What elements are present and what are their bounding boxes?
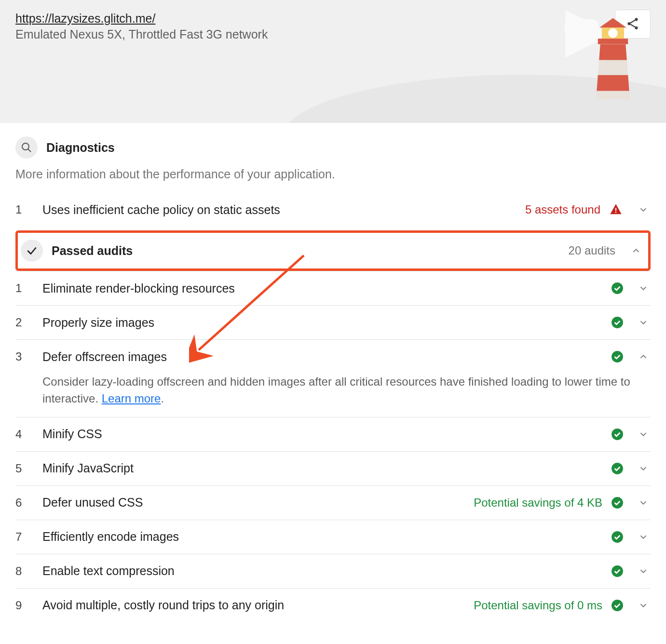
chevron-down-icon	[638, 497, 649, 508]
audit-title: Defer unused CSS	[42, 496, 468, 510]
passed-audit-item[interactable]: 5 Minify JavaScript	[15, 452, 651, 485]
passed-audits-count: 20 audits	[569, 244, 615, 257]
svg-point-20	[612, 317, 623, 328]
audit-number: 6	[15, 496, 37, 510]
expand-button[interactable]	[636, 427, 651, 442]
expand-button[interactable]	[636, 496, 651, 510]
chevron-down-icon	[638, 463, 649, 474]
passed-audits-header[interactable]: Passed audits 20 audits	[18, 233, 648, 268]
chevron-up-icon	[638, 351, 649, 362]
pass-check-icon	[611, 565, 624, 577]
audit-number: 1	[15, 203, 37, 216]
passed-audit-item[interactable]: 4 Minify CSS	[15, 417, 651, 451]
pass-check-icon	[611, 462, 624, 475]
chevron-down-icon	[638, 600, 649, 611]
svg-point-25	[612, 531, 623, 543]
chevron-up-icon	[631, 245, 641, 256]
passed-audit-item[interactable]: 8 Enable text compression	[15, 554, 651, 588]
expand-button[interactable]	[636, 281, 651, 295]
collapse-button[interactable]	[636, 349, 651, 364]
audit-note: Potential savings of 0 ms	[474, 599, 602, 612]
audit-number: 5	[15, 462, 37, 475]
passed-audits-title: Passed audits	[52, 244, 560, 258]
pass-check-icon	[611, 496, 624, 509]
expand-button[interactable]	[636, 202, 651, 217]
audit-description: Consider lazy-loading offscreen and hidd…	[15, 374, 651, 417]
audit-title: Defer offscreen images	[42, 350, 605, 364]
diagnostics-header: Diagnostics	[15, 136, 651, 159]
pass-check-icon	[611, 531, 624, 543]
audit-note: 5 assets found	[525, 203, 600, 216]
audit-title: Efficiently encode images	[42, 530, 605, 544]
pass-check-icon	[611, 282, 624, 295]
svg-point-27	[612, 600, 623, 611]
chevron-down-icon	[638, 204, 649, 215]
diagnostics-list: 1 Uses inefficient cache policy on stati…	[15, 193, 651, 227]
report-header: https://lazysizes.glitch.me/ Emulated Ne…	[0, 0, 666, 123]
passed-audits-highlight: Passed audits 20 audits	[15, 230, 651, 271]
check-icon	[21, 240, 43, 262]
audit-number: 9	[15, 599, 37, 612]
audit-number: 3	[15, 350, 37, 363]
pass-check-icon	[611, 350, 624, 363]
chevron-down-icon	[638, 283, 649, 294]
svg-point-23	[612, 463, 623, 474]
svg-point-22	[612, 429, 623, 440]
expand-button[interactable]	[636, 461, 651, 476]
audit-title: Avoid multiple, costly round trips to an…	[42, 598, 468, 612]
expand-button[interactable]	[636, 315, 651, 330]
svg-point-26	[612, 565, 623, 577]
diagnostics-title: Diagnostics	[46, 141, 115, 155]
passed-audit-item[interactable]: 6 Defer unused CSS Potential savings of …	[15, 486, 651, 520]
audit-title: Properly size images	[42, 316, 605, 330]
expand-button[interactable]	[636, 598, 651, 613]
svg-point-21	[612, 351, 623, 362]
svg-marker-11	[599, 44, 627, 60]
audit-title: Minify CSS	[42, 427, 605, 441]
passed-audit-item[interactable]: 9 Avoid multiple, costly round trips to …	[15, 589, 651, 617]
audit-number: 7	[15, 530, 37, 544]
passed-audit-item[interactable]: 2 Properly size images	[15, 306, 651, 339]
svg-point-14	[22, 143, 29, 150]
share-icon	[625, 16, 640, 32]
audit-title: Minify JavaScript	[42, 461, 605, 475]
chevron-down-icon	[638, 317, 649, 328]
svg-rect-17	[615, 212, 616, 213]
chevron-down-icon	[638, 532, 649, 542]
audit-number: 8	[15, 564, 37, 578]
svg-point-24	[612, 497, 623, 509]
passed-audit-item[interactable]: 3 Defer offscreen images	[15, 340, 651, 374]
chevron-down-icon	[638, 429, 649, 440]
audit-number: 2	[15, 316, 37, 329]
collapse-button[interactable]	[629, 243, 643, 258]
passed-audit-item[interactable]: 1 Eliminate render-blocking resources	[15, 271, 651, 305]
audit-title: Eliminate render-blocking resources	[42, 282, 605, 295]
expand-button[interactable]	[636, 530, 651, 544]
audit-number: 1	[15, 282, 37, 295]
diagnostics-description: More information about the performance o…	[15, 167, 651, 181]
warning-icon	[609, 203, 623, 216]
search-icon	[15, 136, 38, 159]
expand-button[interactable]	[636, 564, 651, 578]
audit-note: Potential savings of 4 KB	[474, 496, 602, 510]
svg-line-15	[28, 149, 31, 152]
audit-number: 4	[15, 428, 37, 441]
svg-rect-16	[615, 208, 616, 211]
diagnostic-item[interactable]: 1 Uses inefficient cache policy on stati…	[15, 193, 651, 227]
passed-audits-list: 1 Eliminate render-blocking resources 2 …	[15, 271, 651, 617]
audit-title: Enable text compression	[42, 564, 605, 578]
passed-audit-item[interactable]: 7 Efficiently encode images	[15, 520, 651, 554]
svg-point-19	[612, 282, 623, 294]
learn-more-link[interactable]: Learn more	[102, 392, 161, 405]
pass-check-icon	[611, 428, 624, 441]
audit-title: Uses inefficient cache policy on static …	[42, 203, 519, 217]
share-button[interactable]	[615, 10, 651, 39]
report-url-link[interactable]: https://lazysizes.glitch.me/	[15, 12, 155, 25]
chevron-down-icon	[638, 566, 649, 577]
pass-check-icon	[611, 599, 624, 612]
pass-check-icon	[611, 316, 624, 329]
ground-decoration	[280, 75, 666, 123]
report-subtitle: Emulated Nexus 5X, Throttled Fast 3G net…	[15, 27, 651, 41]
